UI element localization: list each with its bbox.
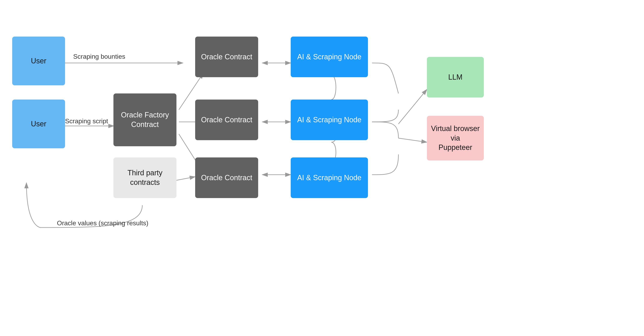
ai-node-3-label: AI & Scraping Node bbox=[297, 173, 362, 183]
oracle-contract-2-node: Oracle Contract bbox=[195, 99, 258, 140]
svg-line-11 bbox=[398, 138, 427, 142]
llm-label: LLM bbox=[448, 72, 462, 82]
user2-label: User bbox=[31, 119, 46, 129]
third-party-node: Third party contracts bbox=[114, 157, 176, 198]
scraping-script-label: Scraping script bbox=[65, 117, 108, 125]
ai-node-1-label: AI & Scraping Node bbox=[297, 52, 362, 62]
llm-node: LLM bbox=[427, 57, 484, 97]
oracle-contract-2-label: Oracle Contract bbox=[201, 115, 252, 125]
oracle-factory-label: Oracle Factory Contract bbox=[121, 110, 169, 129]
user1-node: User bbox=[12, 36, 65, 85]
third-party-label: Third party contracts bbox=[118, 168, 172, 187]
ai-node-2-label: AI & Scraping Node bbox=[297, 115, 362, 125]
oracle-contract-1-label: Oracle Contract bbox=[201, 52, 252, 62]
scraping-bounties-label: Scraping bounties bbox=[73, 53, 125, 60]
diagram: User User Scraping bounties Scraping scr… bbox=[0, 0, 644, 336]
ai-node-1: AI & Scraping Node bbox=[291, 36, 368, 77]
oracle-contract-3-node: Oracle Contract bbox=[195, 157, 258, 198]
oracle-contract-1-node: Oracle Contract bbox=[195, 36, 258, 77]
ai-node-3: AI & Scraping Node bbox=[291, 157, 368, 198]
virtual-browser-label: Virtual browser via Puppeteer bbox=[431, 124, 480, 152]
ai-node-2: AI & Scraping Node bbox=[291, 99, 368, 140]
oracle-contract-3-label: Oracle Contract bbox=[201, 173, 252, 183]
oracle-values-label: Oracle values (scraping results) bbox=[57, 219, 148, 227]
user1-label: User bbox=[31, 56, 46, 66]
svg-line-10 bbox=[398, 89, 427, 124]
user2-node: User bbox=[12, 99, 65, 148]
oracle-factory-node: Oracle Factory Contract bbox=[114, 93, 176, 146]
virtual-browser-node: Virtual browser via Puppeteer bbox=[427, 116, 484, 160]
